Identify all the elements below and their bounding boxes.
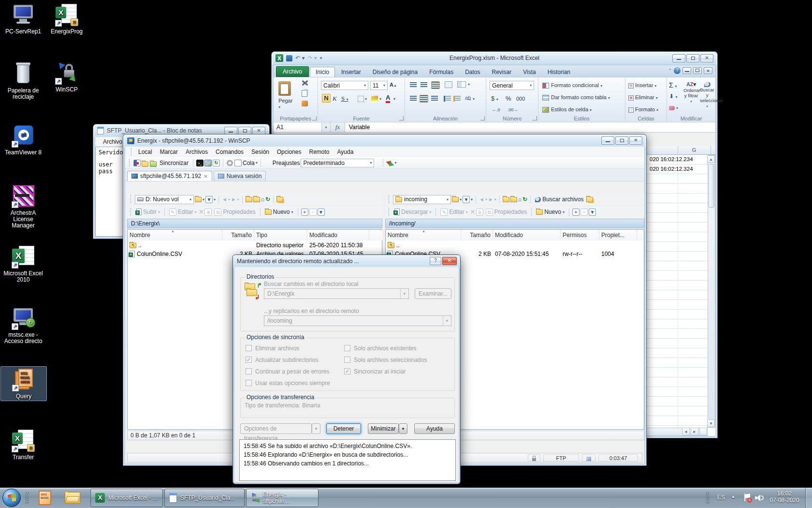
menu-marcar[interactable]: Marcar: [156, 148, 182, 156]
borders-icon[interactable]: [358, 96, 364, 102]
stop-button[interactable]: Detener: [326, 423, 361, 434]
align-left-icon[interactable]: [410, 96, 417, 102]
minimize-dialog-button[interactable]: Minimizar: [368, 423, 399, 434]
col-permisos[interactable]: Permisos: [561, 230, 599, 240]
select-add-icon[interactable]: +: [572, 209, 580, 216]
scroll-left-icon[interactable]: ◄: [682, 428, 690, 435]
minimize-button[interactable]: [601, 136, 614, 145]
menu-remoto[interactable]: Remoto: [305, 148, 333, 156]
restore-button[interactable]: [615, 136, 628, 145]
minimize-button[interactable]: [672, 54, 685, 62]
insert-cells-button[interactable]: +Insertar ▾: [628, 82, 656, 89]
scroll-down-icon[interactable]: ▼: [707, 419, 715, 427]
language-indicator[interactable]: ES: [717, 494, 725, 501]
format-as-table-button[interactable]: Dar formato como tabla ▾: [542, 94, 610, 101]
col-nombre[interactable]: Nombre▲: [128, 230, 222, 240]
name-box[interactable]: A1: [274, 122, 322, 132]
workbook-close-button[interactable]: ✕: [704, 67, 712, 74]
sort-filter-button[interactable]: AZ▾Ordenar y filtrar ▾: [683, 81, 699, 104]
file-row[interactable]: ↰..: [386, 240, 644, 249]
column-header-g[interactable]: G: [678, 147, 710, 153]
sync-browsing-icon[interactable]: [586, 197, 593, 202]
excel-titlebar[interactable]: X ↶ ▾ ↷ ▾ ▾ EnergixProg.xlsm - Microsoft…: [272, 52, 717, 64]
pinned-query-icon[interactable]: 101100101: [39, 491, 52, 505]
select-add-icon[interactable]: +: [301, 209, 308, 216]
percent-button[interactable]: %: [506, 95, 511, 102]
filter-icon[interactable]: ▼: [205, 196, 213, 203]
increase-indent-icon[interactable]: [453, 96, 461, 102]
local-drive-combo[interactable]: D: Nuevo vol▾: [135, 195, 194, 204]
root-dir-icon[interactable]: [253, 197, 260, 202]
col-tipo[interactable]: Tipo: [254, 230, 307, 240]
refresh-icon[interactable]: ↻: [213, 160, 220, 166]
align-center-icon[interactable]: [420, 95, 428, 103]
open-dir-icon[interactable]: [195, 197, 202, 202]
scroll-right-icon[interactable]: ►: [691, 428, 698, 435]
vertical-scrollbar[interactable]: ▲ ▼: [708, 155, 715, 428]
back-icon[interactable]: ◄: [479, 196, 484, 202]
tab-diseno[interactable]: Diseño de página: [367, 67, 423, 77]
parent-dir-icon[interactable]: [503, 197, 509, 202]
minimize-button[interactable]: [224, 127, 237, 135]
local-path[interactable]: D:\Energix\: [127, 219, 382, 228]
scroll-thumb[interactable]: [709, 164, 714, 208]
sync-green-icon[interactable]: [150, 160, 157, 166]
cell-styles-button[interactable]: Estilos de celda ▾: [542, 106, 592, 113]
show-desktop-button[interactable]: [805, 488, 812, 508]
help-icon[interactable]: ?: [674, 67, 681, 74]
col-tamano[interactable]: Tamaño: [461, 230, 493, 240]
console-icon[interactable]: >_: [196, 160, 203, 166]
desktop-icon-archestra[interactable]: ↗ ArchestrA License Manager: [0, 183, 46, 230]
tab-formulas[interactable]: Fórmulas: [424, 67, 459, 77]
select-filter-icon[interactable]: ▼: [318, 209, 325, 216]
thousands-button[interactable]: 000: [516, 96, 525, 102]
winscp-titlebar[interactable]: Energix - sftpchile@45.56.71.192 - WinSC…: [123, 134, 646, 147]
paste-icon[interactable]: [278, 81, 291, 96]
tab-insertar[interactable]: Insertar: [336, 67, 366, 77]
tab-vista[interactable]: Vista: [518, 67, 541, 77]
new-button[interactable]: Nuevo▾: [535, 208, 566, 216]
decrease-decimal-icon[interactable]: .00→: [508, 107, 518, 112]
queue-button[interactable]: Cola: [243, 160, 255, 166]
dialog-close-button[interactable]: ✕: [442, 257, 457, 265]
close-button[interactable]: ✕: [252, 127, 265, 135]
menu-archivos[interactable]: Archivos: [182, 148, 212, 156]
forward-icon[interactable]: ►: [488, 196, 493, 202]
increase-decimal-icon[interactable]: ←.0: [492, 107, 500, 112]
scroll-up-icon[interactable]: ▲: [707, 155, 715, 163]
action-center-flag-icon[interactable]: ✕: [743, 493, 751, 502]
sync-browsing-icon[interactable]: [276, 197, 283, 202]
parent-dir-icon[interactable]: [246, 197, 252, 202]
align-top-icon[interactable]: [410, 82, 417, 88]
fill-icon[interactable]: ⬇ ▾: [669, 93, 677, 100]
refresh-panel-icon[interactable]: ↻: [522, 196, 527, 203]
sync-folders-icon[interactable]: [142, 160, 149, 166]
format-painter-icon[interactable]: [302, 101, 308, 106]
tab-archivo[interactable]: Archivo: [276, 66, 309, 77]
clear-icon[interactable]: ▾: [669, 105, 678, 110]
select-remove-icon[interactable]: −: [580, 209, 588, 216]
align-middle-icon[interactable]: [420, 82, 427, 88]
close-tab-icon[interactable]: ✕: [203, 174, 207, 179]
select-remove-icon[interactable]: −: [309, 209, 317, 216]
format-cells-button[interactable]: Formato ▾: [628, 106, 658, 113]
start-button[interactable]: [2, 489, 21, 507]
new-button[interactable]: Nuevo▾: [263, 208, 295, 216]
font-name-combo[interactable]: Calibri▾: [321, 81, 368, 90]
close-button[interactable]: ✕: [629, 136, 642, 145]
properties-button[interactable]: ⧉Propiedades: [213, 208, 257, 216]
bold-button[interactable]: N: [322, 94, 331, 103]
col-modificado[interactable]: Modificado: [307, 230, 369, 240]
select-filter-icon[interactable]: ▼: [589, 209, 596, 216]
dialog-launcher-icon[interactable]: [312, 116, 317, 120]
volume-icon[interactable]: [755, 494, 764, 502]
copy-icon[interactable]: [302, 90, 307, 97]
underline-button[interactable]: S ▾: [341, 95, 348, 103]
decrease-indent-icon[interactable]: [444, 96, 451, 102]
align-bottom-icon[interactable]: [431, 81, 440, 89]
col-propietario[interactable]: Propiet...: [599, 230, 637, 240]
conditional-format-button[interactable]: Formato condicional ▾: [542, 82, 602, 89]
filter-icon[interactable]: ▼: [463, 196, 470, 203]
desktop-icon-recycle-bin[interactable]: Papelera de reciclaje: [0, 61, 46, 101]
home-dir-icon[interactable]: ⌂: [518, 196, 522, 203]
